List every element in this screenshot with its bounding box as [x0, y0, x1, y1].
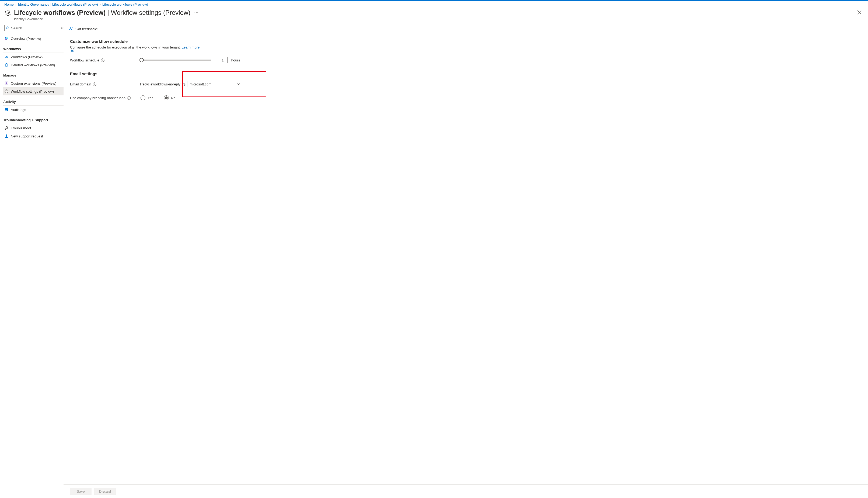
- info-icon[interactable]: i: [127, 96, 131, 100]
- blade-header: Lifecycle workflows (Preview) | Workflow…: [0, 8, 868, 23]
- external-link-icon: [71, 49, 74, 52]
- row-workflow-schedule: Workflow schedule i hours: [70, 57, 862, 63]
- sidebar-heading-activity: Activity: [3, 98, 64, 106]
- svg-point-7: [6, 91, 7, 92]
- sidebar-item-overview[interactable]: Overview (Preview): [3, 35, 64, 42]
- schedule-hours-input[interactable]: [218, 57, 228, 63]
- section-title-email: Email settings: [70, 71, 862, 76]
- sidebar-item-troubleshoot[interactable]: Troubleshoot: [3, 124, 64, 132]
- sidebar-item-label: Workflows (Preview): [11, 55, 42, 59]
- radio-label: Yes: [148, 96, 153, 100]
- sidebar-item-label: Overview (Preview): [11, 37, 41, 41]
- sidebar-item-audit-logs[interactable]: Audit logs: [3, 106, 64, 114]
- sidebar-item-label: Troubleshoot: [11, 126, 31, 130]
- search-input[interactable]: [11, 26, 57, 30]
- svg-rect-6: [6, 83, 7, 84]
- row-branding-logo: Use company branding banner logo i Yes N…: [70, 95, 862, 100]
- collapse-sidebar-button[interactable]: [60, 25, 64, 31]
- toolbar-label: Got feedback?: [76, 27, 98, 31]
- radio-label: No: [171, 96, 176, 100]
- trash-icon: [4, 63, 9, 67]
- slider-thumb[interactable]: [139, 58, 144, 62]
- svg-point-0: [7, 12, 9, 14]
- content-body: Customize workflow schedule Configure th…: [64, 34, 868, 484]
- email-domain-dropdown[interactable]: microsoft.com: [187, 81, 242, 87]
- page-title: Lifecycle workflows (Preview) | Workflow…: [14, 9, 190, 17]
- support-icon: [4, 134, 9, 138]
- svg-point-1: [6, 27, 8, 29]
- feedback-icon: [69, 27, 73, 31]
- breadcrumb-link-home[interactable]: Home: [4, 2, 14, 6]
- label-email-domain: Email domain i: [70, 82, 140, 86]
- radio-circle: [140, 95, 145, 100]
- section-desc-schedule: Configure the schedule for execution of …: [70, 45, 862, 52]
- sidebar-item-new-support-request[interactable]: New support request: [3, 132, 64, 140]
- sidebar: Overview (Preview) Workflows Workflows (…: [0, 23, 64, 498]
- branding-radio-group: Yes No: [140, 95, 176, 100]
- feedback-button[interactable]: Got feedback?: [66, 24, 101, 34]
- content: Got feedback? Customize workflow schedul…: [64, 23, 868, 498]
- svg-point-2: [5, 37, 6, 39]
- log-icon: [4, 107, 9, 112]
- sidebar-item-label: Workflow settings (Preview): [11, 90, 54, 93]
- radio-no[interactable]: No: [164, 95, 176, 100]
- sidebar-item-workflows[interactable]: Workflows (Preview): [3, 53, 64, 61]
- schedule-unit-label: hours: [231, 58, 240, 62]
- extension-icon: [4, 81, 9, 86]
- sidebar-heading-workflows: Workflows: [3, 45, 64, 53]
- info-icon[interactable]: i: [93, 82, 96, 86]
- section-title-schedule: Customize workflow schedule: [70, 39, 862, 44]
- chevron-down-icon: [237, 82, 240, 86]
- svg-rect-11: [5, 110, 7, 111]
- flow-icon: [4, 55, 9, 59]
- schedule-slider[interactable]: [140, 60, 211, 61]
- label-workflow-schedule: Workflow schedule i: [70, 58, 140, 62]
- sidebar-item-label: Audit logs: [11, 108, 26, 112]
- footer: Save Discard: [64, 484, 868, 498]
- sidebar-item-label: New support request: [11, 134, 43, 138]
- gear-icon: [4, 10, 11, 16]
- dropdown-value: microsoft.com: [190, 82, 211, 86]
- svg-point-13: [70, 27, 71, 29]
- breadcrumb: Home › Identity Governance | Lifecycle w…: [0, 1, 868, 8]
- breadcrumb-link-identity-governance[interactable]: Identity Governance | Lifecycle workflow…: [18, 2, 98, 6]
- search-icon: [6, 26, 10, 30]
- chevron-right-icon: ›: [15, 2, 16, 6]
- label-branding-logo: Use company branding banner logo i: [70, 96, 140, 100]
- sidebar-item-deleted-workflows[interactable]: Deleted workflows (Preview): [3, 61, 64, 69]
- breadcrumb-link-lifecycle-workflows[interactable]: Lifecycle workflows (Preview): [102, 2, 148, 6]
- sidebar-heading-manage: Manage: [3, 72, 64, 79]
- sidebar-item-label: Custom extensions (Preview): [11, 81, 56, 86]
- chevron-right-icon: ›: [100, 2, 101, 6]
- svg-point-4: [5, 39, 7, 40]
- overview-icon: [4, 36, 9, 41]
- learn-more-link[interactable]: Learn more: [70, 45, 862, 52]
- at-symbol: @: [182, 82, 186, 86]
- sidebar-item-workflow-settings[interactable]: Workflow settings (Preview): [3, 87, 64, 95]
- more-icon[interactable]: ⋯: [194, 9, 199, 17]
- svg-rect-9: [5, 109, 8, 109]
- toolbar: Got feedback?: [64, 24, 868, 34]
- save-button[interactable]: Save: [70, 488, 92, 495]
- svg-point-12: [6, 134, 7, 136]
- wrench-icon: [4, 126, 9, 130]
- radio-yes[interactable]: Yes: [140, 95, 153, 100]
- row-email-domain: Email domain i lifecycleworkflows-norepl…: [70, 81, 862, 87]
- sidebar-item-label: Deleted workflows (Preview): [11, 63, 55, 67]
- discard-button[interactable]: Discard: [94, 488, 116, 495]
- email-prefix-label: lifecycleworkflows-noreply: [140, 82, 180, 86]
- page-subtitle: Identity Governance: [14, 17, 190, 21]
- sidebar-heading-troubleshooting: Troubleshooting + Support: [3, 116, 64, 124]
- sidebar-search[interactable]: [4, 25, 58, 31]
- close-icon[interactable]: [856, 9, 863, 16]
- radio-circle: [164, 95, 169, 100]
- gear-icon: [4, 89, 9, 93]
- sidebar-item-custom-extensions[interactable]: Custom extensions (Preview): [3, 79, 64, 87]
- info-icon[interactable]: i: [101, 58, 105, 62]
